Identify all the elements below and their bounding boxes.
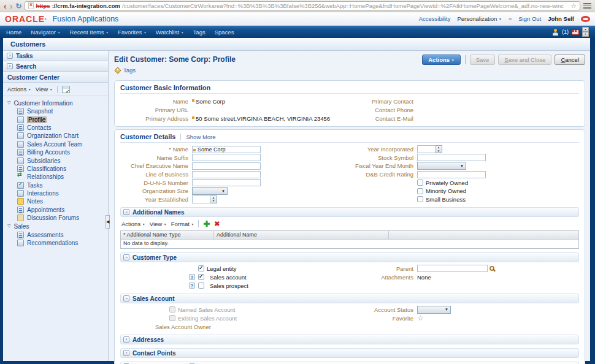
additional-names-section-header[interactable]: › Additional Names <box>120 207 579 217</box>
show-more-link[interactable]: Show More <box>180 134 215 140</box>
year-established-input[interactable] <box>192 195 210 203</box>
sidebar-collapse-handle[interactable]: ◀ <box>106 215 110 229</box>
save-and-close-button[interactable]: Save and Close <box>498 55 551 65</box>
sidebar-item-recommendations[interactable]: Recommendations <box>4 239 107 247</box>
sidebar-item-sales-account-team[interactable]: Sales Account Team <box>4 140 107 148</box>
sidebar-item-assessments[interactable]: Assessments <box>4 230 107 238</box>
add-row-icon[interactable]: ✚ <box>203 219 210 229</box>
nav-item-spaces[interactable]: Spaces <box>215 29 234 36</box>
caret-down-icon: ▼ <box>181 31 184 34</box>
addresses-section-header[interactable]: › Addresses <box>120 335 579 344</box>
nav-item-home[interactable]: Home <box>6 29 21 36</box>
sidebar-item-snapshot[interactable]: Snapshot <box>4 107 107 115</box>
sidebar-item-contacts[interactable]: Contacts <box>4 124 107 132</box>
account-status-select[interactable]: ▼ <box>417 306 451 314</box>
sales-prospect-checkbox[interactable] <box>198 282 204 289</box>
scroll-down-icon[interactable]: ▼ <box>582 32 589 37</box>
sidebar-view-menu[interactable]: View ▼ <box>36 86 53 93</box>
customer-type-section-header[interactable]: › Customer Type <box>120 252 579 262</box>
sidebar-item-tasks[interactable]: Tasks <box>4 181 107 189</box>
small-business-checkbox[interactable] <box>417 196 423 202</box>
sidebar-item-relationships[interactable]: Relationships <box>4 173 107 181</box>
sidebar-actions-menu[interactable]: Actions ▼ <box>7 86 31 93</box>
sidebar-item-interactions[interactable]: Interactions <box>4 189 107 197</box>
nav-item-watchlist[interactable]: Watchlist ▼ <box>156 29 184 36</box>
tree-group-customer-information[interactable]: ▽ Customer Information <box>4 99 107 107</box>
scroll-up-icon[interactable]: ▲ <box>582 27 589 32</box>
actions-button[interactable]: Actions ▼ <box>422 55 460 65</box>
organization-type-section-header[interactable]: › Organization Type ? <box>120 362 579 364</box>
name-suffix-input[interactable] <box>192 154 261 161</box>
overflow-chevrons[interactable]: » <box>509 15 512 22</box>
nav-scroll-widget[interactable]: ▲▼ <box>582 27 589 37</box>
personalization-menu[interactable]: Personalization ▼ <box>457 15 502 22</box>
apps-grid-icon[interactable] <box>572 29 579 35</box>
browser-reload-button[interactable]: ↻ <box>15 2 21 10</box>
bookmark-star-icon[interactable]: ☆ <box>570 2 577 10</box>
browser-forward-button[interactable]: › <box>10 2 13 10</box>
sidebar-item-billing-accounts[interactable]: Billing Accounts <box>4 148 107 156</box>
required-indicator <box>192 99 194 102</box>
oracle-o-icon[interactable] <box>581 16 590 22</box>
help-icon[interactable]: ? <box>189 282 195 289</box>
an-format-menu[interactable]: Format ▼ <box>171 221 194 227</box>
sidebar-item-appointments[interactable]: Appointments <box>4 206 107 214</box>
spinner-arrows-icon[interactable]: ▲▼ <box>210 195 217 203</box>
column-header[interactable]: * Additional Name Type <box>121 231 214 239</box>
organization-size-select[interactable]: ▼ <box>192 187 228 195</box>
tree-group-sales[interactable]: ▽ Sales <box>4 222 107 230</box>
nav-item-navigator[interactable]: Navigator ▼ <box>31 29 60 36</box>
stock-symbol-input[interactable] <box>417 154 486 161</box>
relationships-icon <box>17 173 24 180</box>
delete-row-icon[interactable]: ✖ <box>214 220 220 228</box>
an-view-menu[interactable]: View ▼ <box>150 221 167 227</box>
search-accordion[interactable]: › Search <box>3 61 108 72</box>
address-bar[interactable]: https://crm.fa-integration.com/customer/… <box>25 1 580 10</box>
accessibility-link[interactable]: Accessibility <box>419 15 451 22</box>
parent-input[interactable] <box>417 265 488 272</box>
column-header[interactable]: Additional Name <box>214 231 389 239</box>
spinner-arrows-icon[interactable]: ▲▼ <box>436 145 442 153</box>
line-of-business-input[interactable] <box>192 171 261 178</box>
customers-tab[interactable]: Customers <box>3 38 590 51</box>
legal-entity-checkbox[interactable] <box>198 265 204 271</box>
fiscal-year-end-month-select[interactable]: ▼ <box>417 162 466 170</box>
sidebar-item-subsidiaries[interactable]: Subsidiaries <box>4 156 107 164</box>
search-icon[interactable] <box>489 266 494 271</box>
year-established-spinner[interactable]: ▲▼ <box>192 195 217 203</box>
favorite-star-icon[interactable]: ☆ <box>417 314 424 322</box>
name-input[interactable] <box>192 146 261 153</box>
cancel-button[interactable]: Cancel <box>555 55 585 65</box>
year-incorporated-input[interactable] <box>417 145 436 153</box>
chief-executive-name-input[interactable] <box>192 162 261 170</box>
browser-menu-icon[interactable] <box>583 3 591 9</box>
notifications-person-icon[interactable] <box>552 29 559 36</box>
privately-owned-checkbox[interactable] <box>417 180 423 186</box>
help-icon[interactable]: ? <box>189 274 195 280</box>
nav-item-recent-items[interactable]: Recent Items ▼ <box>70 29 109 36</box>
customers-tab-label: Customers <box>10 40 45 48</box>
year-incorporated-spinner[interactable]: ▲▼ <box>417 145 442 153</box>
sidebar-item-notes[interactable]: Notes <box>4 197 107 205</box>
duns-number-input[interactable] <box>192 179 261 186</box>
nav-item-favorites[interactable]: Favorites ▼ <box>118 29 147 36</box>
an-actions-menu[interactable]: Actions ▼ <box>121 221 145 227</box>
field-label: Year Incorporated <box>350 146 417 153</box>
sign-out-link[interactable]: Sign Out <box>518 15 541 22</box>
sales-account-checkbox[interactable] <box>198 274 204 280</box>
assessments-icon <box>17 232 24 238</box>
sidebar-item-profile[interactable]: Profile <box>4 115 107 123</box>
refresh-layout-icon[interactable] <box>62 86 70 93</box>
certificate-error-icon[interactable] <box>28 2 34 9</box>
minority-owned-checkbox[interactable] <box>417 188 423 194</box>
nav-item-tags[interactable]: Tags <box>193 29 205 36</box>
browser-back-button[interactable]: ‹ <box>4 2 7 10</box>
save-button[interactable]: Save <box>470 55 496 65</box>
tasks-accordion[interactable]: › Tasks <box>3 51 108 61</box>
sidebar-item-discussion-forums[interactable]: Discussion Forums <box>4 214 107 222</box>
sales-account-section-header[interactable]: › Sales Account <box>120 294 579 303</box>
tags-link[interactable]: Tags <box>123 67 136 74</box>
dnb-credit-rating-input[interactable] <box>417 171 486 178</box>
sidebar-item-organization-chart[interactable]: Organization Chart <box>4 132 107 140</box>
contact-points-section-header[interactable]: › Contact Points <box>120 348 579 358</box>
